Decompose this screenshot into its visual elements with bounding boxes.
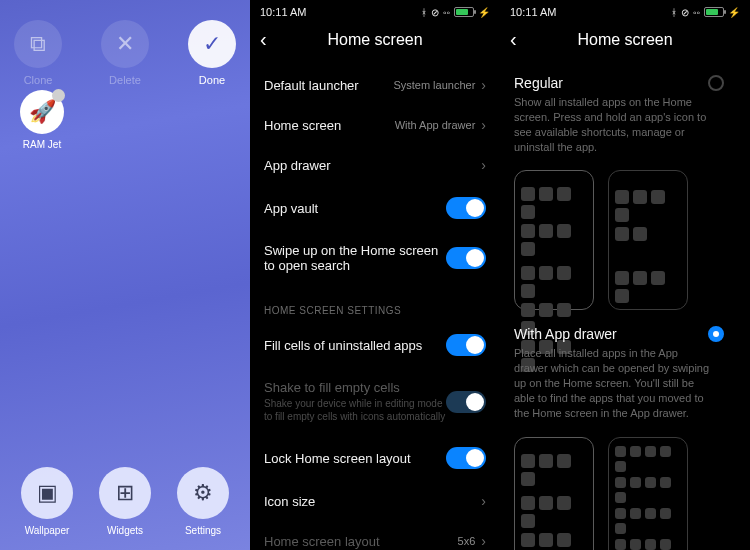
check-icon: ✓ (188, 20, 236, 68)
rocket-icon: 🚀 (20, 90, 64, 134)
preview-drawer (608, 437, 688, 550)
sim-icon: ⊘ (681, 7, 689, 18)
gear-icon: ⚙ (177, 467, 229, 519)
row-swipe-up-search: Swipe up on the Home screen to open sear… (250, 231, 500, 285)
home-screen-settings-panel: 10:11 AM ᚼ ⊘ ◦◦ ⚡ ‹ Home screen Default … (250, 0, 500, 550)
bottom-actions: ▣ Wallpaper ⊞ Widgets ⚙ Settings (0, 467, 250, 536)
chevron-right-icon: › (481, 533, 486, 549)
row-lock-layout: Lock Home screen layout (250, 435, 500, 481)
clock: 10:11 AM (260, 6, 306, 18)
wallpaper-button[interactable]: ▣ Wallpaper (21, 467, 73, 536)
page-title: Home screen (500, 31, 750, 49)
layout-choice-panel: 10:11 AM ᚼ ⊘ ◦◦ ⚡ ‹ Home screen Regular … (500, 0, 750, 550)
done-action[interactable]: ✓ Done (188, 20, 236, 86)
preview-phone (514, 170, 594, 310)
clone-action[interactable]: ⧉ Clone (14, 20, 62, 86)
widgets-button[interactable]: ⊞ Widgets (99, 467, 151, 536)
toggle-swipe-search[interactable] (446, 247, 486, 269)
bluetooth-icon: ᚼ (671, 7, 677, 18)
radio-regular[interactable] (708, 75, 724, 91)
previews-regular (500, 160, 750, 316)
sim-icon: ⊘ (431, 7, 439, 18)
back-button[interactable]: ‹ (260, 28, 267, 51)
previews-with-drawer (500, 427, 750, 550)
preview-phone (514, 437, 594, 550)
row-shake-fill: Shake to fill empty cells Shake your dev… (250, 368, 500, 435)
delete-icon: ✕ (101, 20, 149, 68)
wifi-icon: ◦◦ (443, 7, 450, 18)
status-bar: 10:11 AM ᚼ ⊘ ◦◦ ⚡ (500, 0, 750, 20)
row-app-drawer[interactable]: App drawer › (250, 145, 500, 185)
preview-phone (608, 170, 688, 310)
chevron-right-icon: › (481, 157, 486, 173)
launcher-edit-panel: ⧉ Clone ✕ Delete ✓ Done 🚀 RAM Jet ▣ Wall… (0, 0, 250, 550)
charging-icon: ⚡ (478, 7, 490, 18)
wallpaper-icon: ▣ (21, 467, 73, 519)
row-fill-cells: Fill cells of uninstalled apps (250, 322, 500, 368)
charging-icon: ⚡ (728, 7, 740, 18)
status-icons: ᚼ ⊘ ◦◦ ⚡ (421, 7, 490, 18)
row-default-launcher[interactable]: Default launcher System launcher › (250, 65, 500, 105)
widgets-icon: ⊞ (99, 467, 151, 519)
battery-icon (704, 7, 724, 17)
app-label: RAM Jet (20, 139, 64, 150)
row-app-vault: App vault (250, 185, 500, 231)
section-header: HOME SCREEN SETTINGS (250, 285, 500, 322)
page-title: Home screen (250, 31, 500, 49)
back-button[interactable]: ‹ (510, 28, 517, 51)
option-with-drawer[interactable]: With App drawer Place all installed apps… (500, 316, 750, 426)
clock: 10:11 AM (510, 6, 556, 18)
toggle-shake-fill (446, 391, 486, 413)
toggle-fill-cells[interactable] (446, 334, 486, 356)
row-icon-size[interactable]: Icon size › (250, 481, 500, 521)
app-icon-ramjet[interactable]: 🚀 RAM Jet (20, 90, 64, 150)
battery-icon (454, 7, 474, 17)
toggle-app-vault[interactable] (446, 197, 486, 219)
settings-button[interactable]: ⚙ Settings (177, 467, 229, 536)
status-icons: ᚼ ⊘ ◦◦ ⚡ (671, 7, 740, 18)
status-bar: 10:11 AM ᚼ ⊘ ◦◦ ⚡ (250, 0, 500, 20)
option-regular[interactable]: Regular Show all installed apps on the H… (500, 65, 750, 160)
delete-action[interactable]: ✕ Delete (101, 20, 149, 86)
chevron-right-icon: › (481, 493, 486, 509)
bluetooth-icon: ᚼ (421, 7, 427, 18)
header: ‹ Home screen (500, 20, 750, 65)
wifi-icon: ◦◦ (693, 7, 700, 18)
header: ‹ Home screen (250, 20, 500, 65)
chevron-right-icon: › (481, 117, 486, 133)
top-actions: ⧉ Clone ✕ Delete ✓ Done (0, 0, 250, 94)
toggle-lock-layout[interactable] (446, 447, 486, 469)
clone-icon: ⧉ (14, 20, 62, 68)
row-layout[interactable]: Home screen layout 5x6 › (250, 521, 500, 550)
row-home-screen[interactable]: Home screen With App drawer › (250, 105, 500, 145)
chevron-right-icon: › (481, 77, 486, 93)
